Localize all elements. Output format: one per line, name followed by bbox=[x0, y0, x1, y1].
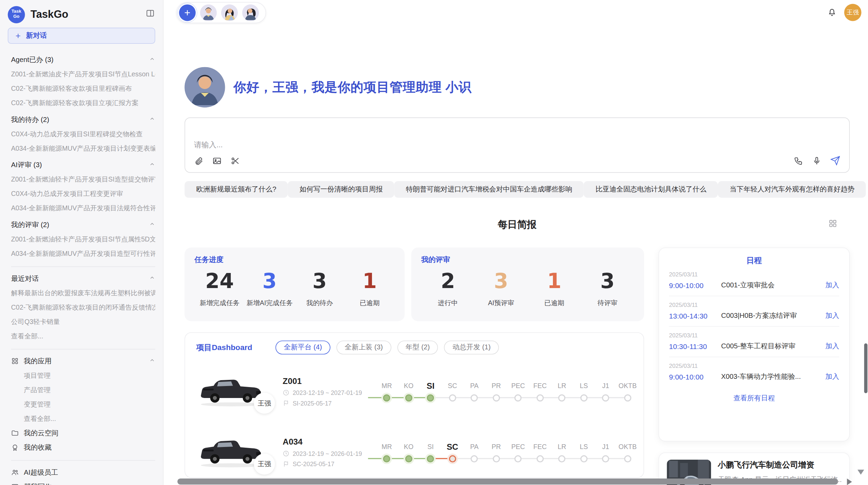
cloud-space-label: 我的云空间 bbox=[24, 428, 59, 438]
list-item[interactable]: 公司Q3轻卡销量 bbox=[11, 314, 155, 329]
send-icon[interactable] bbox=[830, 156, 840, 165]
suggestion-chip[interactable]: 欧洲新规最近颁布了什么? bbox=[184, 181, 288, 198]
scissors-icon[interactable] bbox=[231, 156, 240, 165]
chevron-up-icon[interactable] bbox=[149, 116, 155, 124]
suggestion-chip[interactable]: 特朗普可能对进口汽车增税会对中国车企造成哪些影响 bbox=[394, 181, 584, 198]
vertical-scrollbar-thumb[interactable] bbox=[864, 343, 868, 393]
join-button[interactable]: 加入 bbox=[825, 372, 839, 382]
agent-avatar[interactable] bbox=[200, 4, 217, 21]
join-button[interactable]: 加入 bbox=[825, 281, 839, 290]
image-icon[interactable] bbox=[212, 156, 221, 165]
join-button[interactable]: 加入 bbox=[825, 311, 839, 321]
sidebar-item-ai-employee[interactable]: AI超级员工 bbox=[11, 465, 155, 480]
milestone-node: LS bbox=[573, 380, 595, 404]
chevron-up-icon[interactable] bbox=[149, 221, 155, 229]
greeting-row: 你好，王强，我是你的项目管理助理 小识 bbox=[184, 67, 471, 108]
tab-powertrain[interactable]: 动总开发 (1) bbox=[444, 340, 499, 354]
mic-icon[interactable] bbox=[812, 156, 821, 165]
suggestion-chips: 欧洲新规最近颁布了什么? 如何写一份清晰的项目周报 特朗普可能对进口汽车增税会对… bbox=[184, 181, 849, 198]
section-my-todo[interactable]: 我的待办 (2) bbox=[11, 112, 155, 127]
sidebar-item-product-mgmt[interactable]: 产品管理 bbox=[11, 383, 155, 397]
divider bbox=[11, 460, 155, 461]
agent-avatar[interactable] bbox=[242, 4, 259, 21]
sidebar-item-help-write[interactable]: 帮我写作 bbox=[11, 480, 155, 485]
project-code: A034 bbox=[283, 437, 376, 446]
suggestion-chip[interactable]: 当下年轻人对汽车外观有怎样的喜好趋势 bbox=[718, 181, 866, 198]
scroll-right-arrow[interactable] bbox=[847, 478, 852, 485]
phone-icon[interactable] bbox=[794, 156, 803, 165]
sidebar: Task Go TaskGo ＋ 新对话 Agent已办 (3) Z001-全新… bbox=[0, 0, 164, 485]
attachment-icon[interactable] bbox=[194, 156, 203, 165]
milestone-node: SC bbox=[442, 380, 463, 404]
metrics-row: 2 进行中 3 AI预评审 1 已逾期 3 待评审 bbox=[421, 268, 634, 308]
metric-value: 3 bbox=[244, 268, 294, 295]
sidebar-item-my-apps[interactable]: 我的应用 bbox=[11, 354, 155, 368]
milestone-node: LR bbox=[551, 440, 573, 464]
metric: 3 新增AI完成任务 bbox=[244, 268, 294, 308]
section-recent-chats[interactable]: 最近对话 bbox=[11, 271, 155, 286]
sidebar-header: Task Go TaskGo bbox=[0, 0, 163, 24]
my-review-card: 我的评审 2 进行中 3 AI预评审 1 已逾期 3 bbox=[411, 248, 644, 321]
milestone-node: SI bbox=[420, 440, 442, 464]
metric-value: 2 bbox=[421, 268, 474, 295]
metric: 1 已逾期 bbox=[528, 268, 581, 308]
apps-view-all[interactable]: 查看全部... bbox=[11, 411, 155, 426]
schedule-entry: 2025/03/11 13:00-14:30 C003|H0B-方案冻结评审 加… bbox=[669, 296, 839, 327]
notification-bell-icon[interactable] bbox=[827, 7, 837, 20]
chevron-up-icon[interactable] bbox=[149, 357, 155, 365]
milestone-node: KO bbox=[398, 440, 420, 464]
list-item[interactable]: 解释最新出台的欧盟报废车法规再生塑料比例被调至15%... bbox=[11, 286, 155, 300]
sidebar-item-change-mgmt[interactable]: 变更管理 bbox=[11, 397, 155, 411]
section-label: 我的评审 (2) bbox=[11, 220, 49, 229]
sidebar-item-project-mgmt[interactable]: 项目管理 bbox=[11, 368, 155, 383]
tab-new-body[interactable]: 全新上装 (3) bbox=[336, 340, 391, 354]
tab-model-year[interactable]: 年型 (2) bbox=[397, 340, 438, 354]
horizontal-scrollbar-thumb[interactable] bbox=[177, 478, 838, 485]
agent-avatar[interactable] bbox=[221, 4, 238, 21]
list-item[interactable]: A034-全新新能源MUV产品开发项目法规符合性评审 bbox=[11, 201, 155, 215]
list-item[interactable]: C0X4-动力总成开发项目工程变更评审 bbox=[11, 187, 155, 201]
schedule-time: 9:00-10:00 bbox=[669, 281, 721, 289]
clock-icon bbox=[283, 450, 289, 457]
list-item[interactable]: C02-飞腾新能源轻客改款项目里程碑画布 bbox=[11, 82, 155, 96]
milestone-node: SI bbox=[420, 380, 442, 404]
recent-view-all[interactable]: 查看全部... bbox=[11, 329, 155, 343]
user-avatar[interactable]: 王强 bbox=[844, 4, 861, 21]
chat-input-box[interactable]: 请输入... bbox=[184, 117, 849, 173]
tab-new-platform[interactable]: 全新平台 (4) bbox=[276, 340, 330, 354]
layout-grid-icon[interactable] bbox=[828, 219, 837, 231]
list-item[interactable]: Z001-全新燃油轻卡产品开发项目SI节点属性5D文件评审 bbox=[11, 232, 155, 246]
scroll-down-arrow[interactable] bbox=[857, 470, 864, 475]
metric: 3 AI预评审 bbox=[474, 268, 528, 308]
chevron-up-icon[interactable] bbox=[149, 161, 155, 169]
sidebar-item-favorites[interactable]: 我的收藏 bbox=[11, 440, 155, 455]
metric-value: 1 bbox=[528, 268, 581, 295]
suggestion-chip[interactable]: 比亚迪全固态电池计划具体说了什么 bbox=[584, 181, 718, 198]
schedule-event-title: C001-立项审批会 bbox=[721, 281, 825, 290]
section-agent-done[interactable]: Agent已办 (3) bbox=[11, 53, 155, 67]
section-ai-review[interactable]: AI评审 (3) bbox=[11, 158, 155, 172]
list-item[interactable]: A034-全新新能源MUV产品开发项目计划变更表编写 bbox=[11, 141, 155, 156]
milestone-node: FEC bbox=[529, 380, 551, 404]
add-agent-button[interactable] bbox=[179, 4, 196, 21]
join-button[interactable]: 加入 bbox=[825, 342, 839, 351]
list-item[interactable]: Z001-全新燃油皮卡产品开发项目SI节点Lesson Learn报告 bbox=[11, 67, 155, 82]
chevron-up-icon[interactable] bbox=[149, 275, 155, 283]
ai-employee-label: AI超级员工 bbox=[24, 468, 58, 477]
milestone-track: MR KO SI SC PA PR PEC FEC LR LS J1 OKTB bbox=[376, 378, 638, 403]
suggestion-chip[interactable]: 如何写一份清晰的项目周报 bbox=[288, 181, 394, 198]
my-apps-label: 我的应用 bbox=[24, 356, 52, 365]
sidebar-collapse-icon[interactable] bbox=[145, 8, 155, 21]
list-item[interactable]: A034-全新新能源MUV产品开发项目造型可行性评审 bbox=[11, 247, 155, 261]
chevron-up-icon[interactable] bbox=[149, 56, 155, 64]
list-item[interactable]: C0X4-动力总成开发项目SI里程碑提交物检查 bbox=[11, 127, 155, 141]
milestone-node: LS bbox=[573, 440, 595, 464]
section-my-review[interactable]: 我的评审 (2) bbox=[11, 217, 155, 232]
new-chat-button[interactable]: ＋ 新对话 bbox=[8, 28, 155, 44]
sidebar-item-cloud-space[interactable]: 我的云空间 bbox=[11, 426, 155, 440]
schedule-view-all[interactable]: 查看所有日程 bbox=[669, 394, 839, 403]
milestone-node: FEC bbox=[529, 440, 551, 464]
list-item[interactable]: C02-飞腾新能源轻客改款项目的闭环通告反馈情况 bbox=[11, 300, 155, 314]
list-item[interactable]: Z001-全新燃油轻卡产品开发项目SI造型提交物评审 bbox=[11, 172, 155, 187]
list-item[interactable]: C02-飞腾新能源轻客改款项目立项汇报方案 bbox=[11, 96, 155, 110]
